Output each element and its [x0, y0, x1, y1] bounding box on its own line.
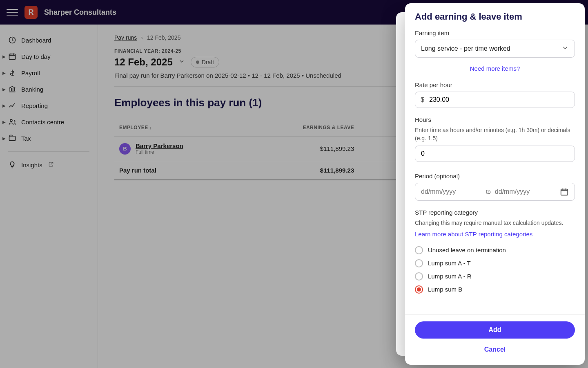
hours-input[interactable]	[415, 146, 575, 162]
radio-icon	[415, 246, 423, 254]
period-input-group: to	[415, 183, 575, 201]
period-to-word: to	[486, 188, 491, 195]
stp-option-lump-sum-a-t[interactable]: Lump sum A - T	[415, 257, 575, 270]
period-label: Period (optional)	[415, 173, 575, 180]
stp-option-unused-leave[interactable]: Unused leave on termination	[415, 244, 575, 257]
svg-rect-4	[561, 189, 568, 195]
radio-label: Lump sum A - R	[428, 273, 472, 280]
chevron-down-icon	[561, 44, 569, 53]
stp-option-lump-sum-a-r[interactable]: Lump sum A - R	[415, 270, 575, 283]
stp-label: STP reporting category	[415, 209, 575, 216]
add-earning-modal: Add earning & leave item Earning item Lo…	[405, 3, 585, 365]
add-button[interactable]: Add	[415, 321, 575, 339]
stp-hint: Changing this may require manual tax cal…	[415, 219, 575, 227]
hours-label: Hours	[415, 116, 575, 123]
calendar-icon[interactable]	[560, 187, 569, 196]
radio-label: Lump sum A - T	[428, 260, 471, 267]
rate-label: Rate per hour	[415, 81, 575, 88]
period-to-input[interactable]	[495, 188, 556, 195]
stp-option-lump-sum-b[interactable]: Lump sum B	[415, 283, 575, 296]
earning-item-label: Earning item	[415, 29, 575, 36]
radio-icon	[415, 272, 423, 280]
earning-item-select[interactable]: Long service - per time worked	[415, 40, 575, 58]
radio-icon	[415, 285, 423, 294]
rate-input[interactable]	[415, 92, 575, 108]
currency-prefix: $	[421, 96, 424, 103]
radio-icon	[415, 259, 423, 267]
radio-label: Lump sum B	[428, 286, 462, 293]
modal-title: Add earning & leave item	[405, 3, 585, 27]
need-more-items-link[interactable]: Need more items?	[470, 65, 520, 72]
stp-learn-more-link[interactable]: Learn more about STP reporting categorie…	[415, 231, 532, 238]
period-from-input[interactable]	[421, 188, 482, 195]
hours-hint: Enter time as hours and/or minutes (e.g.…	[415, 126, 575, 142]
select-value: Long service - per time worked	[421, 45, 510, 52]
cancel-button[interactable]: Cancel	[415, 343, 575, 357]
radio-label: Unused leave on termination	[428, 247, 506, 254]
